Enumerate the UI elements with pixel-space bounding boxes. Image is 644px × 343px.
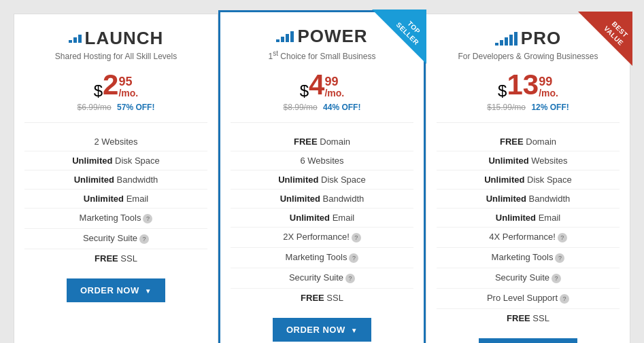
plan-pro-features: FREE DomainUnlimited WebsitesUnlimited D… <box>437 132 620 327</box>
power-feature-8-bold: FREE <box>301 293 324 303</box>
power-price-main: 4 <box>309 71 324 99</box>
plan-launch-feature-6: FREE SSL <box>24 249 207 268</box>
launch-feature-5-text: Security Suite <box>83 233 137 243</box>
pro-price-per: /mo. <box>539 88 558 99</box>
launch-title-text: LAUNCH <box>85 28 164 49</box>
power-feature-6-text: Marketing Tools <box>286 252 348 262</box>
pro-feature-2-text: Disk Space <box>524 175 571 185</box>
plan-power-feature-7: Security Suite? <box>231 268 413 289</box>
plan-power-order-btn[interactable]: ORDER NOW▼ <box>273 318 371 342</box>
plan-power: TOPSELLER POWER 1st Choice for Small Bus… <box>218 10 426 343</box>
plan-power-features: FREE Domain6 WebsitesUnlimited Disk Spac… <box>231 132 413 307</box>
plan-pro-feature-3: Unlimited Bandwidth <box>437 189 620 209</box>
pro-feature-3-text: Bandwidth <box>526 194 570 204</box>
plan-power-divider <box>231 122 413 123</box>
launch-order-btn-label: ORDER NOW <box>80 285 139 295</box>
plan-launch-subtitle: Shared Hosting for All Skill Levels <box>24 52 207 61</box>
power-feature-3-text: Bandwidth <box>320 194 364 204</box>
power-price-per: /mo. <box>324 88 344 99</box>
launch-order-btn-arrow: ▼ <box>145 287 152 295</box>
plan-launch: LAUNCH Shared Hosting for All Skill Leve… <box>14 14 218 343</box>
power-feature-2-bold: Unlimited <box>278 175 318 185</box>
launch-feature-4-text: Marketing Tools <box>80 213 141 223</box>
plan-power-feature-6: Marketing Tools? <box>231 248 413 268</box>
launch-price-original: $6.99/mo <box>78 103 112 112</box>
pro-title-text: PRO <box>521 28 561 49</box>
plan-power-price-block: $ 4 99 /mo. $8.99/mo 44% OFF! <box>231 71 413 113</box>
pro-price-cents: 99 <box>539 75 552 88</box>
power-order-btn-arrow: ▼ <box>351 327 358 334</box>
launch-price-suffix: 95 /mo. <box>118 75 138 99</box>
plan-pro-order-btn[interactable]: ORDER NOW▼ <box>479 338 577 343</box>
pro-feature-5-text: 4X Performance! <box>489 232 556 242</box>
pro-feature-7-text: Security Suite <box>495 272 549 283</box>
plan-pro-feature-2: Unlimited Disk Space <box>437 170 620 189</box>
pro-feature-3-bold: Unlimited <box>486 194 526 204</box>
plan-pro-divider <box>437 122 620 123</box>
pro-price-number: $ 13 99 /mo. <box>437 71 620 99</box>
topseller-ribbon: TOPSELLER <box>372 10 426 64</box>
power-feature-8-text: SSL <box>324 293 343 303</box>
launch-feature-3-bold: Unlimited <box>84 194 124 204</box>
power-title-text: POWER <box>297 26 367 47</box>
plan-launch-feature-1: Unlimited Disk Space <box>24 151 207 170</box>
plan-power-feature-8: FREE SSL <box>231 289 413 307</box>
pro-price-row: $15.99/mo 12% OFF! <box>437 101 620 113</box>
launch-price-row: $6.99/mo 57% OFF! <box>24 101 207 113</box>
launch-icon <box>69 35 82 43</box>
launch-price-per: /mo. <box>118 88 138 99</box>
topseller-text: TOPSELLER <box>388 10 426 54</box>
power-price-number: $ 4 99 /mo. <box>231 71 413 99</box>
pro-price-main: 13 <box>507 71 539 99</box>
power-price-suffix: 99 /mo. <box>324 75 344 99</box>
pro-feature-2-bold: Unlimited <box>484 175 524 185</box>
power-price-cents: 99 <box>324 75 338 88</box>
plan-power-feature-2: Unlimited Disk Space <box>231 170 413 189</box>
launch-feature-3-text: Email <box>124 194 148 204</box>
launch-feature-6-bold: FREE <box>95 253 118 264</box>
plan-launch-order-btn[interactable]: ORDER NOW▼ <box>67 278 165 302</box>
launch-feature-4-question[interactable]: ? <box>143 214 152 223</box>
plan-launch-divider <box>24 122 207 123</box>
power-price-row: $8.99/mo 44% OFF! <box>231 101 413 113</box>
launch-feature-6-text: SSL <box>118 253 137 264</box>
power-feature-3-bold: Unlimited <box>280 194 320 204</box>
pro-feature-5-question[interactable]: ? <box>558 233 567 242</box>
power-feature-0-text: Domain <box>318 137 350 147</box>
plan-launch-feature-5: Security Suite? <box>24 229 207 249</box>
pro-icon <box>495 32 518 46</box>
bestvalue-ribbon: BESTVALUE <box>578 12 632 66</box>
power-feature-4-bold: Unlimited <box>290 213 330 223</box>
pro-price-off: 12% OFF! <box>531 103 569 112</box>
power-feature-6-question[interactable]: ? <box>349 253 358 263</box>
plan-pro-feature-4: Unlimited Email <box>437 209 620 228</box>
plan-power-feature-0: FREE Domain <box>231 132 413 151</box>
pricing-container: LAUNCH Shared Hosting for All Skill Leve… <box>14 14 630 343</box>
pro-feature-0-bold: FREE <box>500 137 524 147</box>
plan-pro: BESTVALUE PRO For Developers & Growing B… <box>426 14 630 343</box>
plan-launch-feature-4: Marketing Tools? <box>24 209 207 229</box>
plan-pro-feature-5: 4X Performance!? <box>437 228 620 248</box>
pro-feature-0-text: Domain <box>524 137 556 147</box>
plan-power-feature-3: Unlimited Bandwidth <box>231 189 413 209</box>
launch-feature-2-text: Bandwidth <box>114 175 158 185</box>
power-feature-5-question[interactable]: ? <box>352 233 361 242</box>
plan-pro-feature-9: FREE SSL <box>437 309 620 327</box>
pro-feature-8-question[interactable]: ? <box>560 294 569 304</box>
plan-launch-feature-2: Unlimited Bandwidth <box>24 170 207 189</box>
launch-feature-1-bold: Unlimited <box>72 156 112 166</box>
plan-power-feature-5: 2X Performance!? <box>231 228 413 248</box>
power-feature-2-text: Disk Space <box>318 175 365 185</box>
power-order-btn-label: ORDER NOW <box>286 325 345 335</box>
pro-feature-7-question[interactable]: ? <box>552 274 561 283</box>
plan-pro-feature-8: Pro Level Support? <box>437 289 620 309</box>
power-feature-7-question[interactable]: ? <box>345 274 355 283</box>
launch-price-off: 57% OFF! <box>117 103 154 112</box>
plan-power-feature-4: Unlimited Email <box>231 209 413 228</box>
launch-feature-5-question[interactable]: ? <box>139 234 149 244</box>
power-price-off: 44% OFF! <box>323 103 360 112</box>
plan-power-feature-1: 6 Websites <box>231 151 413 170</box>
pro-price-original: $15.99/mo <box>487 103 526 112</box>
plan-pro-feature-6: Marketing Tools? <box>437 248 620 268</box>
pro-feature-6-question[interactable]: ? <box>555 253 564 263</box>
